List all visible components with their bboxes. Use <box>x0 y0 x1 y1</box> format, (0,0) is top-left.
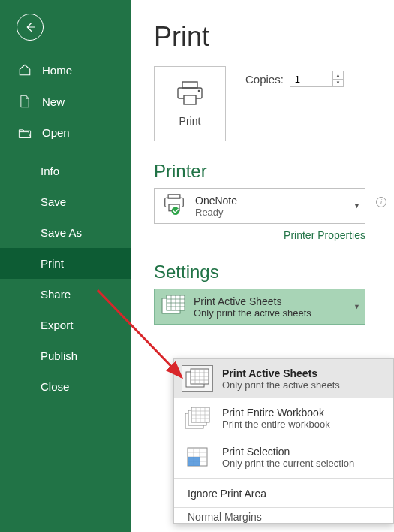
print-what-dropdown: Print Active Sheets Only print the activ… <box>173 358 394 524</box>
dropdown-item-subtitle: Only print the active sheets <box>222 379 340 391</box>
dropdown-item-title: Print Entire Workbook <box>222 407 330 419</box>
sidebar-label-publish: Publish <box>41 349 77 362</box>
info-icon[interactable]: i <box>376 197 386 207</box>
home-icon <box>17 63 33 77</box>
workbook-icon <box>182 404 213 431</box>
sidebar-item-open[interactable]: Open <box>0 117 131 148</box>
sidebar-item-home[interactable]: Home <box>0 54 131 86</box>
sidebar-label-save: Save <box>41 195 66 208</box>
new-icon <box>17 95 33 108</box>
sidebar-label-save-as: Save As <box>41 226 82 239</box>
sidebar-label-info: Info <box>41 165 59 177</box>
copies-up-button[interactable]: ▲ <box>333 71 343 80</box>
print-button[interactable]: Print <box>154 66 226 141</box>
print-button-label: Print <box>179 115 201 127</box>
copies-down-button[interactable]: ▼ <box>333 80 343 87</box>
sidebar-label-home: Home <box>42 64 72 77</box>
printer-icon <box>175 80 205 106</box>
back-button[interactable] <box>17 14 44 41</box>
printer-heading: Printer <box>154 161 394 182</box>
settings-combo-title: Print Active Sheets <box>194 295 346 307</box>
printer-selector[interactable]: OneNote Ready ▼ <box>154 188 365 224</box>
dropdown-item-selection[interactable]: Print Selection Only print the current s… <box>174 437 393 476</box>
dropdown-item-title: Print Selection <box>222 446 354 458</box>
copies-spinner[interactable]: ▲ ▼ <box>290 71 344 87</box>
dropdown-item-subtitle: Only print the current selection <box>222 458 354 469</box>
sidebar-item-info[interactable]: Info <box>0 156 131 186</box>
sheets-icon <box>161 294 186 319</box>
svg-point-3 <box>198 90 200 92</box>
dropdown-item-active-sheets[interactable]: Print Active Sheets Only print the activ… <box>174 359 393 398</box>
copies-input[interactable] <box>290 71 332 86</box>
sidebar-item-new[interactable]: New <box>0 86 131 117</box>
sidebar-item-save-as[interactable]: Save As <box>0 217 131 248</box>
settings-combo-subtitle: Only print the active sheets <box>194 307 346 319</box>
chevron-down-icon: ▼ <box>353 202 360 210</box>
sheets-icon <box>182 365 213 392</box>
printer-status: Ready <box>195 207 346 218</box>
sidebar-label-close: Close <box>41 380 69 393</box>
selection-icon <box>182 443 213 470</box>
sidebar-item-share[interactable]: Share <box>0 279 131 310</box>
svg-point-7 <box>172 207 180 216</box>
printer-properties-link[interactable]: Printer Properties <box>284 229 365 241</box>
dropdown-item-subtitle: Print the entire workbook <box>222 419 330 430</box>
sidebar-label-print: Print <box>41 257 64 270</box>
back-arrow-icon <box>23 20 37 34</box>
sidebar-label-new: New <box>42 95 65 108</box>
sidebar-item-export[interactable]: Export <box>0 310 131 340</box>
sidebar-item-close[interactable]: Close <box>0 371 131 402</box>
page-title: Print <box>154 21 394 53</box>
sidebar-item-publish[interactable]: Publish <box>0 340 131 371</box>
chevron-down-icon: ▼ <box>353 303 360 310</box>
sidebar-label-open: Open <box>42 126 70 139</box>
settings-what-to-print[interactable]: Print Active Sheets Only print the activ… <box>154 289 365 325</box>
dropdown-item-title: Print Active Sheets <box>222 367 340 379</box>
dropdown-ignore-print-area[interactable]: Ignore Print Area <box>174 480 393 507</box>
backstage-sidebar: Home New Open Info Save Save As Print <box>0 0 131 532</box>
dropdown-item-entire-workbook[interactable]: Print Entire Workbook Print the entire w… <box>174 398 393 437</box>
printer-name: OneNote <box>195 195 346 207</box>
open-icon <box>17 127 33 139</box>
sidebar-label-share: Share <box>41 288 71 301</box>
copies-label: Copies: <box>245 73 284 86</box>
sidebar-item-save[interactable]: Save <box>0 186 131 217</box>
svg-rect-0 <box>182 82 197 88</box>
dropdown-cutoff-item: Normal Margins <box>174 507 393 523</box>
svg-rect-16 <box>188 457 200 466</box>
svg-rect-2 <box>184 95 196 104</box>
sidebar-label-export: Export <box>41 319 73 331</box>
sidebar-item-print[interactable]: Print <box>0 248 131 279</box>
settings-heading: Settings <box>154 261 394 283</box>
printer-status-icon <box>161 194 188 218</box>
